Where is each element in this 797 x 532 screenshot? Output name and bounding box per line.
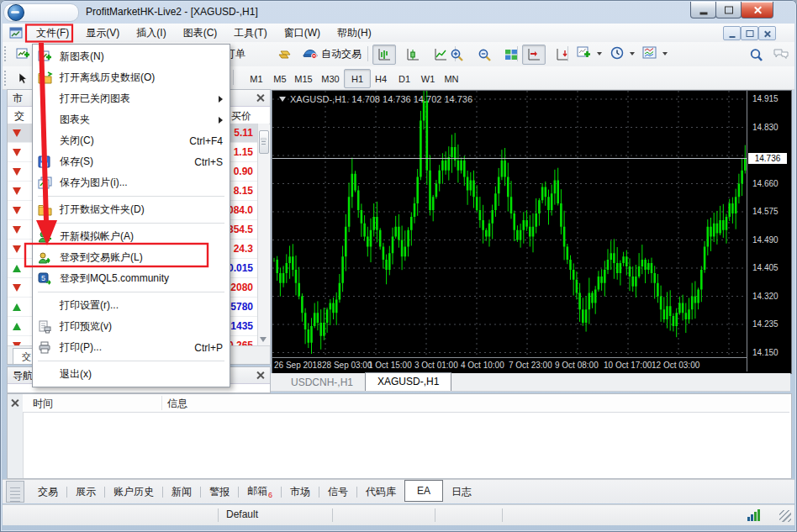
current-price-line bbox=[272, 158, 747, 159]
file-menu-item[interactable]: 开新模拟帐户(A) bbox=[33, 226, 230, 247]
zoom-in-icon[interactable] bbox=[445, 45, 468, 65]
child-close-button[interactable] bbox=[758, 26, 776, 40]
market-watch-scrollbar[interactable] bbox=[257, 124, 269, 345]
file-menu-item[interactable]: 保存(S)Ctrl+S bbox=[33, 151, 230, 172]
chart-plot[interactable]: XAGUSD-,H1. 14.708 14.736 14.702 14.736 bbox=[272, 91, 747, 357]
scroll-down-icon[interactable] bbox=[260, 337, 267, 342]
menu-item-1[interactable]: 显示(V) bbox=[77, 24, 128, 42]
terminal-tab-10[interactable]: 日志 bbox=[443, 482, 480, 503]
new-chart-icon[interactable] bbox=[11, 45, 34, 65]
file-menu-item[interactable]: 新图表(N) bbox=[33, 46, 230, 67]
toolbar-grip[interactable] bbox=[4, 71, 9, 86]
bid-price: 0.015 bbox=[228, 262, 253, 274]
navigator-close-icon[interactable] bbox=[256, 371, 265, 380]
arrow-down-icon bbox=[13, 129, 21, 137]
file-menu-item[interactable]: 打印预览(v) bbox=[33, 316, 230, 337]
terminal-tab-1[interactable]: 展示 bbox=[67, 482, 104, 503]
menu-item-5[interactable]: 窗口(W) bbox=[276, 24, 329, 42]
file-menu-item[interactable]: 图表夹 bbox=[33, 109, 230, 130]
terminal-close-icon[interactable] bbox=[10, 398, 19, 408]
terminal-tab-7[interactable]: 信号 bbox=[319, 482, 356, 503]
menu-item-2[interactable]: 插入(I) bbox=[128, 24, 174, 42]
terminal-tab-4[interactable]: 警报 bbox=[201, 482, 238, 503]
file-menu-item[interactable]: 打开离线历史数据(O) bbox=[33, 67, 230, 88]
app-logo-icon bbox=[8, 4, 24, 21]
terminal-tab-6[interactable]: 市场 bbox=[282, 482, 319, 503]
file-menu-item[interactable]: 保存为图片(i)... bbox=[33, 172, 230, 193]
templates-dropdown[interactable] bbox=[638, 45, 672, 63]
docked-panel-icon[interactable] bbox=[6, 481, 24, 503]
chart-tab-usdcnhh1[interactable]: USDCNH-,H1 bbox=[279, 375, 365, 391]
menu-item-4[interactable]: 工具(T) bbox=[225, 24, 275, 42]
time-column-header[interactable]: 时间 bbox=[33, 397, 53, 411]
chart-tab-xagusdh1[interactable]: XAGUSD-,H1 bbox=[365, 372, 451, 391]
terminal-header: 时间 信息 bbox=[23, 394, 789, 413]
file-menu-item[interactable]: 打印设置(r)... bbox=[33, 295, 230, 316]
svg-text:5: 5 bbox=[41, 273, 45, 282]
terminal-tab-2[interactable]: 账户历史 bbox=[105, 482, 162, 503]
terminal-tab-3[interactable]: 新闻 bbox=[163, 482, 200, 503]
status-bar: Default bbox=[3, 504, 794, 525]
timeframe-mn[interactable]: MN bbox=[438, 69, 465, 88]
terminal-tab-ea[interactable]: EA bbox=[404, 480, 443, 502]
file-menu-item[interactable]: 登录到交易账户(L) bbox=[33, 247, 230, 268]
chart-info[interactable]: XAGUSD-,H1. 14.708 14.736 14.702 14.736 bbox=[279, 94, 472, 104]
timeframe-m30[interactable]: M30 bbox=[317, 69, 344, 88]
bid-column-header[interactable]: 买价 bbox=[231, 109, 251, 124]
bid-price: 2080 bbox=[230, 282, 253, 293]
chat-icon[interactable] bbox=[769, 45, 793, 65]
scrollbar-thumb[interactable] bbox=[259, 130, 269, 154]
toolbar-grip[interactable] bbox=[4, 46, 9, 61]
chart-shift-icon[interactable] bbox=[522, 45, 546, 65]
resize-grip[interactable] bbox=[779, 510, 791, 522]
bar-chart-icon[interactable] bbox=[372, 45, 396, 65]
gold-icon[interactable] bbox=[273, 45, 297, 65]
file-menu-item-label: 打开离线历史数据(O) bbox=[60, 71, 223, 85]
file-menu-item[interactable]: 5登录到MQL5.community bbox=[33, 268, 230, 289]
terminal-tab-5[interactable]: 邮箱6 bbox=[239, 481, 281, 502]
file-menu-item-label: 登录到MQL5.community bbox=[60, 271, 223, 286]
minimize-button[interactable] bbox=[690, 2, 716, 18]
message-column-header[interactable]: 信息 bbox=[167, 397, 187, 411]
child-minimize-icon bbox=[729, 36, 735, 38]
child-restore-button[interactable] bbox=[741, 26, 758, 40]
zoom-out-icon[interactable] bbox=[472, 45, 496, 65]
search-icon[interactable] bbox=[744, 45, 768, 65]
restore-button[interactable] bbox=[715, 2, 742, 18]
child-minimize-button[interactable] bbox=[723, 26, 741, 40]
symbol-column-header[interactable]: 交 bbox=[14, 109, 24, 124]
menu-item-6[interactable]: 帮助(H) bbox=[329, 24, 380, 42]
cursor-icon[interactable] bbox=[11, 68, 34, 88]
date-axis-label: 1 Oct 15:00 bbox=[368, 361, 412, 370]
chart-window[interactable]: XAGUSD-,H1. 14.708 14.736 14.702 14.736 … bbox=[272, 90, 792, 374]
file-menu-item[interactable]: 打开数据文件夹(D) bbox=[33, 199, 230, 220]
chart-info-collapse-icon bbox=[279, 97, 286, 102]
file-menu-item[interactable]: 关闭(C)Ctrl+F4 bbox=[33, 130, 230, 151]
price-axis[interactable]: 14.91514.83014.66014.57514.49014.40514.3… bbox=[747, 91, 790, 371]
profile-name[interactable]: Default bbox=[226, 508, 258, 520]
auto-trading-icon bbox=[303, 46, 318, 62]
periods-dropdown[interactable] bbox=[606, 45, 639, 63]
column-separator[interactable] bbox=[161, 396, 162, 410]
market-watch-close-icon[interactable] bbox=[256, 93, 265, 103]
terminal-tab-8[interactable]: 代码库 bbox=[357, 482, 404, 503]
menu-item-3[interactable]: 图表(C) bbox=[175, 24, 226, 42]
file-menu-item[interactable]: 打印(P)...Ctrl+P bbox=[33, 337, 230, 358]
auto-trading-button[interactable]: 自动交易 bbox=[298, 45, 366, 63]
file-menu-item[interactable]: 打开已关闭图表 bbox=[33, 88, 230, 109]
candlestick-icon[interactable] bbox=[401, 45, 425, 65]
menu-shortcut: Ctrl+P bbox=[194, 342, 223, 354]
menu-item-file[interactable]: 文件(F) bbox=[28, 24, 77, 42]
no-icon bbox=[38, 299, 55, 313]
file-menu-item[interactable]: 退出(x) bbox=[33, 364, 230, 385]
timeframe-m15[interactable]: M15 bbox=[290, 69, 317, 88]
file-menu-item-label: 开新模拟帐户(A) bbox=[60, 229, 223, 244]
chart-autoscroll-icon[interactable] bbox=[551, 45, 574, 65]
close-button[interactable] bbox=[741, 2, 773, 18]
file-menu-item-label: 保存为图片(i)... bbox=[60, 176, 223, 190]
indicators-dropdown[interactable] bbox=[573, 45, 606, 63]
tile-windows-icon[interactable] bbox=[499, 45, 523, 65]
terminal-tab-0[interactable]: 交易 bbox=[29, 482, 66, 503]
title-bar: ProfitMarketHK-Live2 - [XAGUSD-,H1] bbox=[0, 0, 797, 24]
date-axis[interactable]: 26 Sep 201828 Sep 03:001 Oct 15:003 Oct … bbox=[272, 357, 747, 372]
